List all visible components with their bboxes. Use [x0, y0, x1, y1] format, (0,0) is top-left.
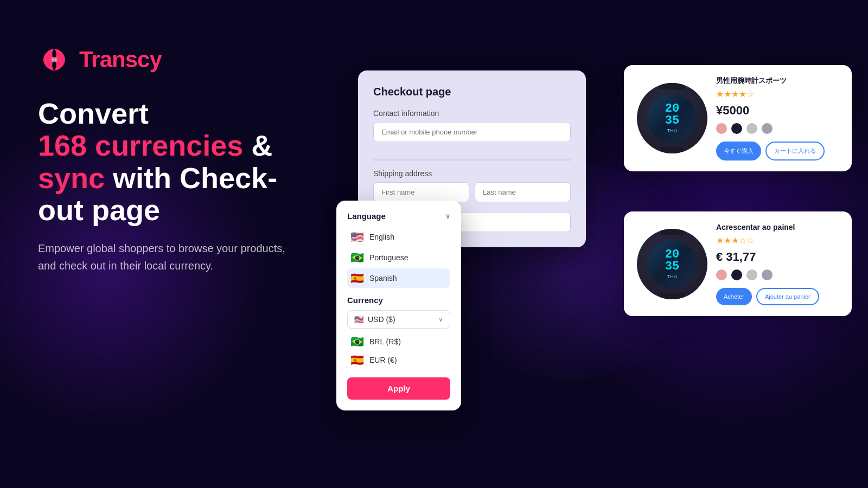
flag-brl: 🇧🇷	[350, 336, 364, 347]
lang-item-portuguese[interactable]: 🇧🇷 Portuguese	[347, 248, 450, 267]
watch-screen-bottom: 2035 THU	[648, 240, 697, 288]
language-currency-card: Language ∨ 🇺🇸 English 🇧🇷 Portuguese 🇪🇸 S…	[336, 201, 461, 410]
currency-chevron-icon: ∨	[438, 316, 443, 323]
flag-portuguese: 🇧🇷	[350, 252, 364, 263]
lang-item-english[interactable]: 🇺🇸 English	[347, 227, 450, 247]
logo-text: Transcy	[79, 47, 162, 73]
currency-dropdown[interactable]: 🇺🇸 USD ($) ∨	[347, 310, 450, 329]
product-title-portuguese: Acrescentar ao painel	[716, 222, 839, 232]
contact-label: Contact information	[373, 109, 571, 118]
lang-name-spanish: Spanish	[369, 274, 397, 282]
color-dot-silver-2	[746, 269, 757, 280]
language-label: Language	[347, 211, 386, 221]
color-dot-silver	[746, 123, 757, 134]
headline-currencies: 168 currencies	[38, 129, 243, 162]
add-to-cart-button-jp[interactable]: カートに入れる	[765, 142, 825, 160]
color-dots-top	[716, 123, 839, 134]
headline-line1: Convert	[38, 98, 342, 130]
color-dot-dark	[731, 123, 742, 134]
currency-selected-display: 🇺🇸 USD ($)	[354, 315, 395, 324]
color-dot-pink-2	[716, 269, 727, 280]
watch-image-top: 2035 THU	[637, 83, 707, 153]
last-name-input[interactable]	[475, 182, 571, 202]
shipping-label: Shipping address	[373, 169, 571, 178]
color-dot-pink	[716, 123, 727, 134]
first-name-input[interactable]	[373, 182, 469, 202]
flag-eur: 🇪🇸	[350, 355, 364, 365]
currency-eur-label: EUR (€)	[369, 356, 397, 364]
product-title-japanese: 男性用腕時計スポーツ	[716, 76, 839, 86]
buy-button-pt[interactable]: Acheter	[716, 288, 752, 305]
language-chevron-icon: ∨	[445, 213, 450, 220]
currency-selected-label: USD ($)	[368, 315, 395, 324]
watch-band-bottom-2	[660, 293, 685, 299]
watch-screen-top: 2035 THU	[648, 94, 697, 143]
apply-button[interactable]: Apply	[347, 377, 450, 400]
product-buttons-top: 今すぐ購入 カートに入れる	[716, 142, 839, 160]
headline-line3: sync with Check-	[38, 162, 342, 194]
color-dots-bottom	[716, 269, 839, 280]
svg-point-0	[52, 57, 57, 62]
language-section-header: Language ∨	[347, 211, 450, 221]
product-stars-top: ★★★★☆	[716, 89, 839, 99]
watch-band-bottom	[660, 147, 685, 153]
product-price-top: ¥5000	[716, 104, 839, 118]
headline-sync: sync	[38, 162, 105, 194]
watch-band-top-2	[660, 229, 685, 235]
subtext: Empower global shoppers to browse your p…	[38, 240, 298, 274]
currency-brl-label: BRL (R$)	[369, 337, 401, 346]
color-dot-slate-2	[762, 269, 773, 280]
lang-item-spanish[interactable]: 🇪🇸 Spanish	[347, 268, 450, 288]
product-card-japanese: 2035 THU 男性用腕時計スポーツ ★★★★☆ ¥5000 今すぐ購入 カー…	[624, 65, 852, 171]
add-to-cart-button-pt[interactable]: Ajouter au panier	[756, 288, 819, 305]
lang-name-english: English	[369, 233, 394, 241]
name-row	[373, 182, 571, 202]
checkout-title: Checkout page	[373, 86, 571, 98]
lang-name-portuguese: Portuguese	[369, 253, 409, 262]
flag-spanish: 🇪🇸	[350, 273, 364, 284]
color-dot-slate	[762, 123, 773, 134]
watch-band-top	[660, 83, 685, 89]
headline: Convert 168 currencies & sync with Check…	[38, 98, 342, 227]
watch-display-2: 2035 THU	[665, 249, 679, 279]
product-card-portuguese: 2035 THU Acrescentar ao painel ★★★☆☆ € 3…	[624, 211, 852, 316]
product-info-bottom: Acrescentar ao painel ★★★☆☆ € 31,77 Ache…	[716, 222, 839, 305]
currency-item-brl[interactable]: 🇧🇷 BRL (R$)	[347, 333, 450, 350]
currency-section-header: Currency	[347, 296, 450, 305]
color-dot-dark-2	[731, 269, 742, 280]
divider	[373, 159, 571, 160]
headline-line4: out page	[38, 194, 342, 226]
buy-now-button-jp[interactable]: 今すぐ購入	[716, 142, 761, 160]
currency-item-eur[interactable]: 🇪🇸 EUR (€)	[347, 351, 450, 369]
logo-area: Transcy	[38, 43, 342, 76]
headline-ampersand: &	[243, 129, 272, 162]
headline-checkout-text: with Check-	[105, 162, 277, 194]
watch-display: 2035 THU	[665, 103, 679, 133]
right-section: Checkout page Contact information Shippi…	[326, 0, 868, 488]
product-price-bottom: € 31,77	[716, 250, 839, 264]
watch-image-bottom: 2035 THU	[637, 229, 707, 299]
flag-english: 🇺🇸	[350, 232, 364, 242]
left-section: Transcy Convert 168 currencies & sync wi…	[38, 43, 342, 274]
product-info-top: 男性用腕時計スポーツ ★★★★☆ ¥5000 今すぐ購入 カートに入れる	[716, 76, 839, 160]
product-buttons-bottom: Acheter Ajouter au panier	[716, 288, 839, 305]
email-input[interactable]	[373, 122, 571, 142]
headline-line2: 168 currencies &	[38, 130, 342, 162]
product-stars-bottom: ★★★☆☆	[716, 235, 839, 246]
transcy-logo-icon	[38, 43, 71, 76]
flag-usd: 🇺🇸	[354, 315, 363, 324]
